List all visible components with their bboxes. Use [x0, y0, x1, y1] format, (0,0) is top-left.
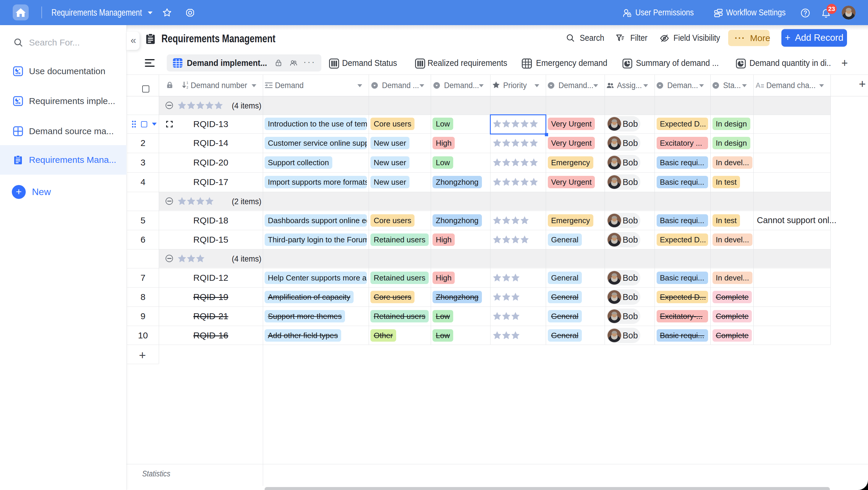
svg-text:A: A — [756, 81, 761, 89]
svg-text:1: 1 — [187, 81, 188, 85]
svg-text:2: 2 — [187, 86, 188, 89]
